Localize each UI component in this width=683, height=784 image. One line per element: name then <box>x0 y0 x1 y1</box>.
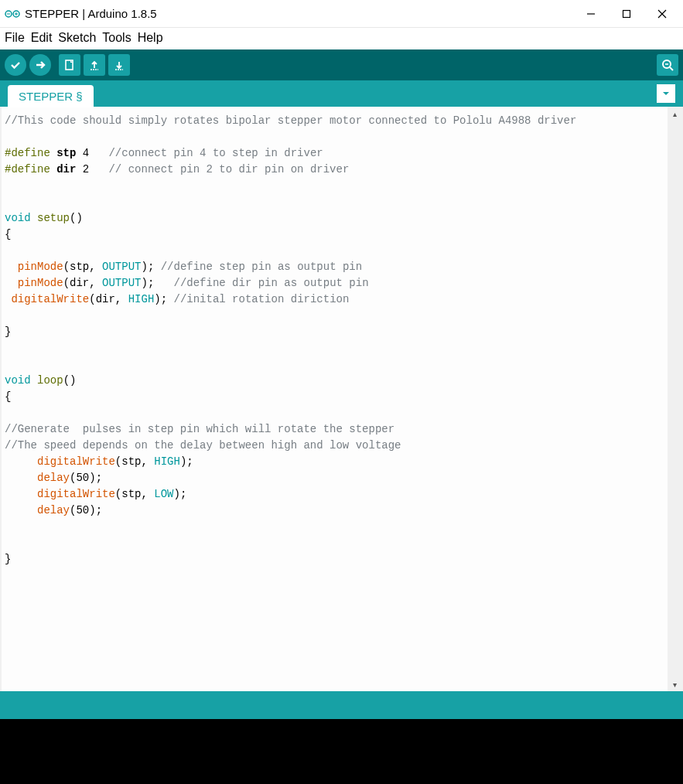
code-comment: //The speed depends on the delay between… <box>5 439 401 452</box>
editor-scrollbar[interactable]: ▴ ▾ <box>668 107 681 691</box>
code-paren: () <box>63 374 77 387</box>
code-function-call: digitalWrite <box>37 455 115 468</box>
code-comment: //connect pin 4 to step in driver <box>108 147 323 159</box>
code-brace: } <box>5 326 11 338</box>
code-macro: #define <box>5 163 50 176</box>
tab-menu-button[interactable] <box>657 84 675 103</box>
minimize-button[interactable] <box>573 2 609 26</box>
upload-button[interactable] <box>29 54 51 76</box>
menu-file[interactable]: File <box>3 29 26 46</box>
code-function-call: digitalWrite <box>11 293 89 305</box>
code-identifier: stp <box>56 147 76 159</box>
code-paren: () <box>70 212 83 224</box>
scroll-up-icon[interactable]: ▴ <box>668 107 681 121</box>
console-area <box>0 719 683 784</box>
code-literal: 4 <box>83 147 89 159</box>
code-args: (50); <box>70 504 102 516</box>
code-type: void <box>5 212 31 224</box>
svg-line-13 <box>670 67 673 70</box>
code-brace: } <box>5 553 11 565</box>
save-sketch-button[interactable] <box>108 54 130 76</box>
code-arg: stp <box>70 261 89 273</box>
code-constant: OUTPUT <box>102 277 141 289</box>
code-constant: OUTPUT <box>102 261 141 273</box>
scroll-down-icon[interactable]: ▾ <box>668 677 681 691</box>
window-controls <box>573 2 680 26</box>
code-function-name: setup <box>37 212 70 224</box>
code-comment: //This code should simply rotates bipola… <box>5 114 576 127</box>
toolbar <box>0 49 683 80</box>
code-function-call: delay <box>37 472 70 484</box>
menu-sketch[interactable]: Sketch <box>56 29 97 46</box>
arduino-logo-icon <box>5 6 20 22</box>
editor-area: //This code should simply rotates bipola… <box>0 107 683 691</box>
code-function-call: pinMode <box>18 261 63 273</box>
code-function-call: pinMode <box>18 277 63 289</box>
code-constant: LOW <box>154 488 173 500</box>
window-title: STEPPER | Arduino 1.8.5 <box>25 7 573 20</box>
code-comment: //define step pin as output pin <box>161 261 362 273</box>
code-arg: dir <box>96 293 115 305</box>
new-sketch-button[interactable] <box>59 54 80 76</box>
code-comment: //define dir pin as output pin <box>174 277 369 289</box>
code-editor[interactable]: //This code should simply rotates bipola… <box>2 107 668 691</box>
menu-help[interactable]: Help <box>136 29 165 46</box>
menu-edit[interactable]: Edit <box>29 29 54 46</box>
status-bar <box>0 691 683 719</box>
window-titlebar: STEPPER | Arduino 1.8.5 <box>0 0 683 28</box>
svg-rect-6 <box>623 10 630 17</box>
maximize-button[interactable] <box>609 2 644 26</box>
code-constant: HIGH <box>128 293 155 305</box>
open-sketch-button[interactable] <box>84 54 105 76</box>
menu-tools[interactable]: Tools <box>101 29 132 46</box>
tab-bar: STEPPER § <box>0 80 683 107</box>
code-constant: HIGH <box>154 455 180 468</box>
code-comment: // connect pin 2 to dir pin on driver <box>108 163 349 176</box>
code-function-name: loop <box>37 374 63 387</box>
code-identifier: dir <box>56 163 76 176</box>
code-brace: { <box>5 390 11 403</box>
menu-bar: File Edit Sketch Tools Help <box>0 28 683 49</box>
serial-monitor-button[interactable] <box>657 54 678 76</box>
code-function-call: delay <box>37 504 70 516</box>
code-arg: dir <box>70 277 89 289</box>
code-comment: //inital rotation diriction <box>174 293 350 305</box>
tab-stepper[interactable]: STEPPER § <box>8 85 94 107</box>
code-function-call: digitalWrite <box>37 488 115 500</box>
code-literal: 2 <box>83 163 89 176</box>
close-button[interactable] <box>644 2 680 26</box>
code-type: void <box>5 374 31 387</box>
verify-button[interactable] <box>5 54 26 76</box>
code-brace: { <box>5 228 11 240</box>
code-macro: #define <box>5 147 50 159</box>
code-arg: stp <box>121 488 141 500</box>
code-arg: stp <box>121 455 141 468</box>
code-args: (50); <box>70 472 102 484</box>
code-comment: //Generate pulses in step pin which will… <box>5 423 394 435</box>
